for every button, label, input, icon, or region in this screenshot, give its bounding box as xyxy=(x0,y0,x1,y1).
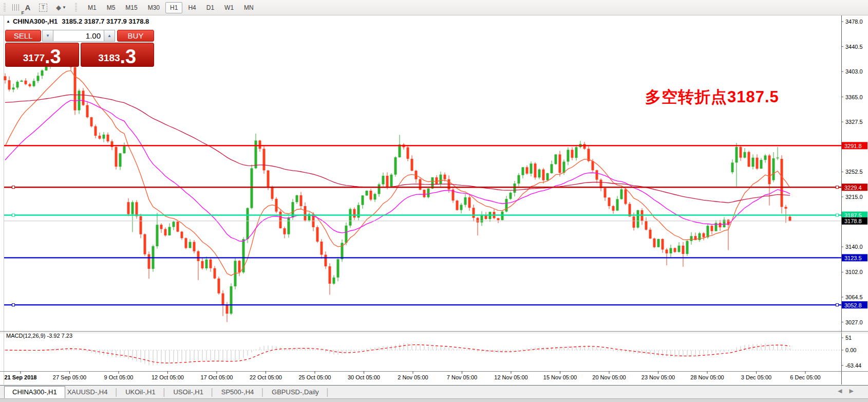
buy-price-box[interactable]: 3183 .3 xyxy=(81,43,155,67)
tab-USOil-,H1[interactable]: USOil-,H1 xyxy=(171,388,205,396)
price-axis-label: 3365.0 xyxy=(845,94,863,100)
tab-UKOil-,H1[interactable]: UKOil-,H1 xyxy=(123,388,158,396)
tab-SP500-,H4[interactable]: SP500-,H4 xyxy=(219,388,256,396)
candle-body xyxy=(674,248,676,252)
candle-body xyxy=(735,147,738,163)
macd-axis-label: 51 xyxy=(845,335,852,341)
candle-body xyxy=(563,161,565,173)
font-icon[interactable]: A xyxy=(22,2,34,13)
candle-body xyxy=(378,185,381,194)
buy-price-pip: .3 xyxy=(120,49,137,64)
price-axis-label: 3064.5 xyxy=(845,294,863,300)
timeframe-m5[interactable]: M5 xyxy=(102,2,120,13)
volume-input[interactable]: 1.00 xyxy=(53,30,104,42)
candle-body xyxy=(699,233,701,240)
candle-body xyxy=(518,175,520,184)
candle-body xyxy=(690,236,693,241)
candle-body xyxy=(497,218,500,220)
timeframe-m1[interactable]: M1 xyxy=(83,2,101,13)
hline-anchor[interactable] xyxy=(836,186,839,189)
volume-decrease-icon[interactable]: ▼ xyxy=(42,30,53,42)
candle-body xyxy=(349,209,352,226)
sell-button[interactable]: SELL xyxy=(5,30,41,42)
tab-separator: │ xyxy=(210,388,215,396)
candle-body xyxy=(711,226,713,231)
buy-button[interactable]: BUY xyxy=(117,30,154,42)
candle-body xyxy=(136,202,138,216)
timeframe-d1[interactable]: D1 xyxy=(202,2,219,13)
fibonacci-grid-glyph xyxy=(12,4,19,11)
candle-body xyxy=(772,158,775,180)
candle-body xyxy=(394,157,397,175)
collapse-panel-icon[interactable]: ▲ xyxy=(6,19,10,24)
chart-background xyxy=(0,15,868,402)
hline-anchor[interactable] xyxy=(12,214,15,216)
price-axis-label: 3215.0 xyxy=(845,194,863,200)
price-axis-label: 3478.0 xyxy=(845,19,863,25)
candle-body xyxy=(140,216,142,234)
candle-body xyxy=(538,170,541,178)
candle-body xyxy=(546,173,549,180)
price-axis-label: 3252.5 xyxy=(845,169,863,175)
shapes-diamond-glyph: ◆ xyxy=(56,4,61,11)
candle-body xyxy=(620,189,623,199)
candle-body xyxy=(427,189,430,197)
candle-body xyxy=(481,215,483,223)
candle-body xyxy=(707,226,709,237)
candle-body xyxy=(127,202,130,214)
candle-body xyxy=(197,251,200,261)
timeframe-m15[interactable]: M15 xyxy=(121,2,142,13)
candle-body xyxy=(271,188,274,199)
toolbar-grip[interactable] xyxy=(4,3,6,12)
candle-body xyxy=(551,164,553,173)
volume-stepper: ▼ 1.00 ▲ xyxy=(42,30,115,42)
candle-body xyxy=(181,232,183,239)
macd-axis-label: -63.44 xyxy=(845,362,861,369)
candle-body xyxy=(29,84,31,86)
hline-anchor[interactable] xyxy=(836,304,839,306)
candle-body xyxy=(460,205,463,210)
candle-body xyxy=(296,195,298,202)
candle-body xyxy=(616,199,619,210)
timeframe-h4[interactable]: H4 xyxy=(183,2,200,13)
hline-anchor[interactable] xyxy=(836,214,839,216)
candle-body xyxy=(82,90,85,105)
fibonacci-icon[interactable]: F xyxy=(9,2,22,13)
candle-body xyxy=(107,135,109,141)
candle-body xyxy=(119,153,122,167)
tabs-scroll-left-icon[interactable]: ◀ xyxy=(838,388,849,394)
timeframe-m30[interactable]: M30 xyxy=(143,2,164,13)
time-axis-label: 28 Nov 05:00 xyxy=(690,374,724,380)
candle-body xyxy=(12,87,15,89)
volume-increase-icon[interactable]: ▲ xyxy=(104,30,115,42)
candle-body xyxy=(33,81,35,86)
toolbar-grip[interactable] xyxy=(75,3,77,12)
tabs-scroll-right-icon[interactable]: ▶ xyxy=(850,388,861,394)
time-axis-label: 20 Nov 05:00 xyxy=(592,374,626,380)
text-t-glyph: T xyxy=(39,4,47,12)
hline-anchor[interactable] xyxy=(12,186,15,189)
timeframe-mn[interactable]: MN xyxy=(239,2,258,13)
candle-body xyxy=(267,171,270,188)
timeframe-w1[interactable]: W1 xyxy=(220,2,238,13)
text-label-icon[interactable]: T xyxy=(37,2,49,13)
candle-body xyxy=(522,167,524,175)
candle-body xyxy=(768,155,771,184)
price-badge-label: 3052.8 xyxy=(844,302,862,308)
timeframe-h1[interactable]: H1 xyxy=(165,2,182,13)
chart-ohlc-values: 3185.2 3187.7 3177.9 3178.8 xyxy=(62,17,149,25)
candle-body xyxy=(411,159,413,171)
candle-body xyxy=(288,217,290,234)
candle-body xyxy=(670,248,672,253)
shapes-icon[interactable]: ◆ ▼ xyxy=(52,2,70,13)
candle-body xyxy=(362,195,364,205)
tab-GBPUSD-,Daily[interactable]: GBPUSD-,Daily xyxy=(270,388,321,396)
tab-CHINA300-,H1[interactable]: CHINA300-,H1 xyxy=(4,386,65,398)
candle-body xyxy=(74,67,77,111)
sell-price-box[interactable]: 3177 .3 xyxy=(5,43,79,67)
candle-body xyxy=(193,242,196,251)
hline-anchor[interactable] xyxy=(12,304,15,306)
status-strip xyxy=(0,398,868,402)
shapes-dropdown-caret-icon[interactable]: ▼ xyxy=(62,5,66,10)
tab-XAUUSD-,H4[interactable]: XAUUSD-,H4 xyxy=(65,388,110,396)
